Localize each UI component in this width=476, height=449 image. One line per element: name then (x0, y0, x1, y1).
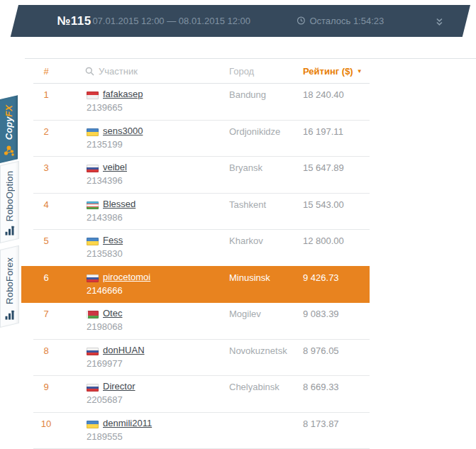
participant-link[interactable]: donHUAN (103, 345, 145, 355)
side-tab-copyfx[interactable]: CopyFX (0, 95, 18, 163)
participant-link[interactable]: denmili2011 (103, 418, 152, 428)
table-row: 1 fafakasep 2139665 Bandung 18 240.40 (25, 84, 476, 121)
table-row: 8 donHUAN 2169977 Novokuznetsk 8 976.05 (25, 340, 476, 377)
robooption-label: RoboOption (4, 171, 15, 221)
participant-link[interactable]: sens3000 (103, 126, 143, 136)
sort-desc-icon: ▼ (357, 68, 362, 74)
city-cell: Minusinsk (229, 272, 270, 283)
side-tab-roboforex[interactable]: RoboForex (0, 245, 19, 328)
contest-leaderboard-page: №115 07.01.2015 12:00 — 08.01.2015 12:00… (0, 0, 476, 449)
side-tab-robooption[interactable]: RoboOption (0, 161, 19, 243)
table-row: 5 Fess 2135830 Kharkov 12 800.00 (25, 230, 476, 267)
rating-cell: 16 197.11 (303, 126, 343, 137)
country-flag-icon (87, 201, 99, 209)
account-number: 2143986 (87, 212, 123, 223)
rank-cell: 2 (35, 126, 57, 137)
table-row: 10 denmili2011 2189555 8 173.87 (25, 413, 476, 449)
account-number: 2146666 (87, 285, 123, 296)
time-remaining: Осталось 1:54:23 (297, 5, 384, 37)
country-flag-icon (87, 92, 99, 99)
city-cell: Mogilev (229, 309, 261, 319)
table-body: 1 fafakasep 2139665 Bandung 18 240.40 2 … (25, 84, 476, 449)
contest-number: №115 (57, 5, 91, 37)
participant-link[interactable]: veibel (103, 162, 127, 172)
city-cell: Novokuznetsk (229, 345, 287, 356)
participant-column-header: Участник (85, 59, 138, 84)
city-cell: Kharkov (229, 235, 263, 246)
rating-cell: 9 426.73 (303, 272, 339, 283)
table-row: 3 veibel 2134396 Bryansk 15 647.89 (25, 157, 476, 194)
table-row: 7 Otec 2198068 Mogilev 9 083.39 (25, 303, 476, 340)
table-row: 6 pirocetomoi 2146666 Minusinsk 9 426.73 (25, 267, 476, 304)
rank-cell: 6 (35, 272, 57, 283)
participant-link[interactable]: Fess (103, 235, 123, 245)
country-flag-icon (87, 311, 99, 318)
double-chevron-down-icon[interactable] (434, 16, 444, 29)
rating-column-label: Рейтинг ($) (303, 66, 353, 77)
account-number: 2139665 (87, 102, 123, 113)
table-row: 4 Blessed 2143986 Tashkent 15 543.00 (25, 194, 476, 231)
city-cell: Bandung (229, 89, 266, 100)
rank-cell: 5 (35, 235, 57, 246)
rating-cell: 8 173.87 (303, 418, 339, 429)
rating-cell: 9 083.39 (303, 309, 339, 319)
rank-cell: 10 (35, 418, 57, 429)
clock-icon (297, 16, 305, 25)
account-number: 2198068 (87, 321, 123, 332)
country-flag-icon (87, 275, 99, 282)
rank-cell: 1 (35, 89, 57, 100)
country-flag-icon (87, 348, 99, 355)
table-row: 9 Director 2205687 Chelyabinsk 8 669.33 (25, 376, 476, 413)
rating-cell: 15 543.00 (303, 199, 344, 210)
account-number: 2189555 (87, 431, 123, 442)
rank-cell: 4 (35, 199, 57, 210)
country-flag-icon (87, 384, 99, 392)
search-icon[interactable] (85, 67, 94, 76)
network-molecule-icon (3, 145, 15, 160)
participant-link[interactable]: fafakasep (103, 89, 143, 99)
participant-link[interactable]: Blessed (103, 199, 135, 209)
account-number: 2135830 (87, 248, 123, 259)
robooption-logo-icon (5, 226, 15, 238)
table-header-row: # Участник Город Рейтинг ($)▼ (25, 59, 476, 84)
participant-link[interactable]: Director (103, 381, 135, 392)
time-remaining-label: Осталось 1:54:23 (309, 16, 384, 26)
rank-cell: 7 (35, 309, 57, 319)
rating-cell: 12 800.00 (303, 235, 344, 246)
participant-link[interactable]: pirocetomoi (103, 272, 150, 282)
rating-sort-header[interactable]: Рейтинг ($)▼ (303, 59, 362, 84)
account-number: 2134396 (87, 175, 123, 186)
rank-cell: 9 (35, 382, 57, 392)
participant-link[interactable]: Otec (103, 308, 122, 318)
rank-column-header: # (35, 59, 57, 84)
table-row: 2 sens3000 2135199 Ordjonikidze 16 197.1… (25, 121, 476, 157)
rank-cell: 8 (35, 345, 57, 356)
roboforex-label: RoboForex (4, 257, 15, 304)
country-flag-icon (87, 238, 99, 245)
leaderboard-table: # Участник Город Рейтинг ($)▼ 1 fafakase… (25, 58, 476, 449)
city-column-header: Город (229, 59, 254, 84)
rank-cell: 3 (35, 162, 57, 173)
city-cell: Bryansk (229, 162, 262, 173)
contest-period: 07.01.2015 12:00 — 08.01.2015 12:00 (92, 5, 250, 37)
country-flag-icon (87, 421, 99, 428)
account-number: 2169977 (87, 358, 123, 369)
copyfx-label: CopyFX (4, 105, 14, 140)
account-number: 2135199 (87, 139, 123, 150)
account-number: 2205687 (87, 394, 123, 405)
rating-cell: 15 647.89 (303, 162, 344, 173)
roboforex-logo-icon (5, 310, 15, 323)
city-cell: Ordjonikidze (229, 126, 280, 137)
participant-column-label: Участник (99, 66, 138, 77)
city-cell: Chelyabinsk (229, 382, 279, 392)
country-flag-icon (87, 128, 99, 136)
rating-cell: 8 976.05 (303, 345, 339, 356)
contest-header-bar: №115 07.01.2015 12:00 — 08.01.2015 12:00… (11, 5, 470, 37)
rating-cell: 18 240.40 (303, 89, 344, 100)
country-flag-icon (87, 165, 99, 172)
city-cell: Tashkent (229, 199, 266, 210)
rating-cell: 8 669.33 (303, 382, 339, 392)
